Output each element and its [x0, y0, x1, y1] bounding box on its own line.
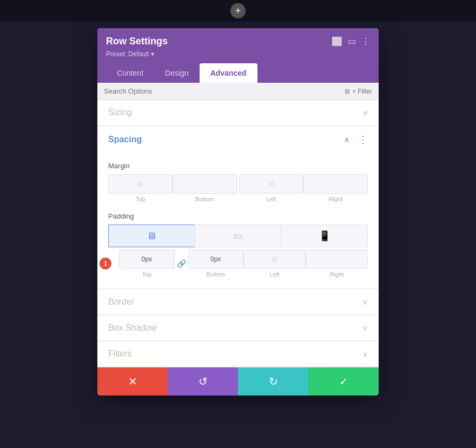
- sizing-section: Sizing ∨: [97, 100, 379, 126]
- device-mobile[interactable]: 📱: [281, 225, 368, 247]
- margin-top-responsive-icon: ⟨/⟩: [137, 181, 143, 188]
- padding-label: Padding: [108, 212, 368, 220]
- modal-header-icons: ⬜ ▭ ⋮: [332, 36, 370, 47]
- margin-right-cell: Right: [303, 174, 368, 202]
- padding-right-input[interactable]: [306, 249, 368, 269]
- link-icon[interactable]: 🔗: [175, 259, 188, 268]
- desktop-icon: 🖥: [147, 230, 156, 242]
- border-section-header[interactable]: Border ∨: [97, 289, 379, 315]
- tab-design[interactable]: Design: [154, 63, 200, 83]
- margin-top-label: Top: [136, 196, 146, 202]
- row-settings-modal: Row Settings ⬜ ▭ ⋮ Preset: Default ▾ Con…: [97, 28, 379, 396]
- plus-icon: +: [235, 5, 241, 17]
- margin-left-responsive-icon: ⟨/⟩: [268, 181, 274, 188]
- filters-section-header[interactable]: Filters ∨: [97, 341, 379, 367]
- preset-label[interactable]: Preset: Default ▾: [106, 50, 370, 58]
- search-input[interactable]: [104, 87, 345, 95]
- margin-bottom-cell: Bottom: [173, 174, 237, 202]
- border-title: Border: [108, 297, 134, 307]
- padding-bottom-cell: 0px Bottom: [188, 249, 244, 278]
- spacing-title: Spacing: [108, 135, 142, 144]
- badge-1: 1: [100, 258, 111, 269]
- margin-top-input[interactable]: ⟨/⟩: [108, 174, 173, 194]
- margin-top-cell: ⟨/⟩ Top: [108, 174, 173, 202]
- bottom-toolbar: ✕ ↺ ↻ ✓: [97, 367, 379, 396]
- margin-bottom-input[interactable]: [173, 174, 237, 194]
- save-icon: ✓: [339, 375, 348, 388]
- sizing-title: Sizing: [108, 108, 132, 117]
- filters-chevron-icon: ∨: [362, 350, 368, 358]
- padding-top-cell: 0px Top: [119, 249, 175, 278]
- spacing-title-row: Spacing: [108, 135, 142, 144]
- padding-bottom-input[interactable]: 0px: [188, 249, 244, 269]
- tablet-icon: ▭: [234, 230, 243, 242]
- page-background: + Row Settings ⬜ ▭ ⋮ Preset: Default ▾ C…: [0, 0, 476, 448]
- padding-top-label: Top: [142, 271, 151, 278]
- margin-inputs: ⟨/⟩ Top Bottom: [108, 174, 368, 202]
- padding-top-bottom-group: 0px Top 🔗 0px Bottom: [119, 249, 243, 278]
- margin-bottom-label: Bottom: [195, 196, 214, 202]
- search-bar: ⊞ + Filter: [97, 83, 379, 100]
- box-shadow-title: Box Shadow: [108, 323, 157, 333]
- spacing-chevron-icon[interactable]: ∧: [344, 135, 349, 144]
- device-desktop[interactable]: 🖥: [108, 225, 195, 247]
- redo-icon: ↻: [269, 375, 278, 388]
- sections: Sizing ∨ Spacing ∧ ⋮ Margin: [97, 100, 379, 367]
- top-bar: +: [0, 0, 476, 22]
- filter-button[interactable]: ⊞ + Filter: [345, 88, 372, 95]
- padding-top-input[interactable]: 0px: [119, 249, 175, 269]
- device-row: 🖥 ▭ 📱: [108, 225, 368, 247]
- modal-header-top: Row Settings ⬜ ▭ ⋮: [106, 36, 370, 47]
- padding-values-row: 1 0px Top 🔗: [108, 249, 368, 278]
- modal-header: Row Settings ⬜ ▭ ⋮ Preset: Default ▾ Con…: [97, 28, 379, 83]
- padding-left-right-group: ⟨/⟩ Left Right: [243, 249, 368, 278]
- margin-left-cell: ⟨/⟩ Left: [239, 174, 303, 202]
- expand-icon[interactable]: ⬜: [332, 36, 342, 47]
- redo-button[interactable]: ↻: [238, 367, 308, 396]
- margin-left-right: ⟨/⟩ Left Right: [239, 174, 368, 202]
- margin-label: Margin: [108, 162, 368, 170]
- box-shadow-section: Box Shadow ∨: [97, 315, 379, 341]
- save-button[interactable]: ✓: [308, 367, 379, 396]
- add-button[interactable]: +: [230, 3, 246, 18]
- padding-bottom-label: Bottom: [206, 271, 225, 278]
- padding-left-input[interactable]: ⟨/⟩: [243, 249, 306, 269]
- border-chevron-icon: ∨: [362, 298, 368, 306]
- undo-button[interactable]: ↺: [168, 367, 238, 396]
- spacing-section: Spacing ∧ ⋮ Margin: [97, 126, 379, 289]
- margin-top-bottom: ⟨/⟩ Top Bottom: [108, 174, 237, 202]
- spacing-section-header: Spacing ∧ ⋮: [97, 126, 379, 146]
- cancel-icon: ✕: [128, 375, 137, 388]
- sizing-chevron-icon: ∨: [362, 108, 368, 117]
- sizing-section-header[interactable]: Sizing ∨: [97, 100, 379, 126]
- border-section: Border ∨: [97, 289, 379, 315]
- layout-icon[interactable]: ▭: [348, 36, 356, 47]
- margin-right-label: Right: [329, 196, 343, 202]
- margin-left-label: Left: [266, 196, 276, 202]
- spacing-content: Margin ⟨/⟩ Top: [97, 146, 379, 289]
- padding-right-cell: Right: [306, 249, 368, 278]
- filters-section: Filters ∨: [97, 341, 379, 367]
- box-shadow-chevron-icon: ∨: [362, 324, 368, 332]
- more-icon[interactable]: ⋮: [361, 36, 370, 47]
- mobile-icon: 📱: [319, 230, 330, 242]
- padding-left-cell: ⟨/⟩ Left: [243, 249, 306, 278]
- filters-title: Filters: [108, 349, 132, 359]
- device-tablet[interactable]: ▭: [195, 225, 281, 247]
- cancel-button[interactable]: ✕: [97, 367, 168, 396]
- tab-content[interactable]: Content: [106, 63, 154, 83]
- tab-advanced[interactable]: Advanced: [200, 63, 257, 83]
- undo-icon: ↺: [199, 375, 208, 388]
- padding-left-resp-icon: ⟨/⟩: [272, 256, 277, 263]
- filter-icon: ⊞: [345, 88, 350, 95]
- padding-left-label: Left: [269, 271, 279, 278]
- padding-right-label: Right: [330, 271, 344, 278]
- tabs: Content Design Advanced: [106, 63, 370, 83]
- modal-title: Row Settings: [106, 36, 168, 47]
- spacing-more-icon[interactable]: ⋮: [358, 134, 368, 146]
- margin-left-input[interactable]: ⟨/⟩: [239, 174, 303, 194]
- link-icon-wrapper: 🔗: [175, 249, 188, 278]
- margin-right-input[interactable]: [303, 174, 368, 194]
- box-shadow-section-header[interactable]: Box Shadow ∨: [97, 315, 379, 341]
